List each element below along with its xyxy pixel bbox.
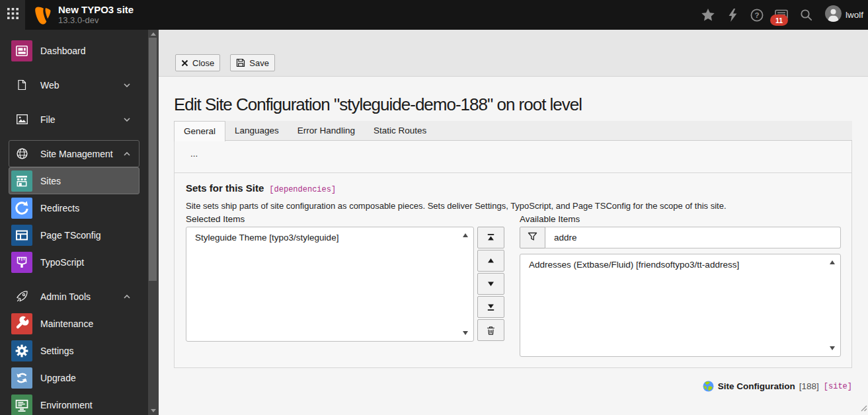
move-up-button[interactable] [477,250,504,272]
search-button[interactable] [794,0,818,30]
apps-grid-icon [7,8,19,22]
move-to-bottom-icon [487,303,495,311]
list-item[interactable]: Styleguide Theme [typo3/styleguide] [186,227,473,243]
sidebar-item-label: Dashboard [40,46,86,56]
user-menu[interactable]: lwolf [825,5,868,24]
record-table[interactable]: [site] [824,382,852,391]
delete-button[interactable] [477,319,504,341]
sidebar-scrollbar[interactable] [148,30,159,415]
bolt-button[interactable] [721,0,745,30]
apps-grid-button[interactable] [0,0,25,30]
admin-tools-icon [11,286,32,307]
dependencies-flag[interactable]: [dependencies] [269,185,336,194]
bolt-icon [728,9,738,22]
tab-bar: GeneralLanguagesError HandlingStatic Rou… [174,121,852,141]
scroll-down-icon[interactable] [463,331,468,335]
record-footer: Site Configuration [188] [site] [174,381,852,392]
sidebar-item-redirects[interactable]: Redirects [9,194,139,221]
chevron-down-icon [124,118,130,122]
page-title: Edit Site Configuration "styleguide-demo… [174,94,852,114]
record-title: Site Configuration [718,381,795,391]
save-button[interactable]: Save [230,54,275,71]
close-button[interactable]: Close [175,54,220,71]
star-button[interactable] [696,0,721,30]
site-version: 13.3.0-dev [58,16,134,25]
scroll-down-icon [151,409,156,412]
star-icon [701,9,715,21]
selected-items-label: Selected Items [186,215,474,224]
close-button-label: Close [192,58,214,68]
tab-languages[interactable]: Languages [225,121,288,140]
sidebar-item-label: Sites [40,176,61,186]
delete-icon [487,326,495,335]
move-to-top-button[interactable] [477,227,504,248]
sidebar-item-label: Site Management [40,149,113,159]
sidebar-item-web[interactable]: Web [9,71,139,98]
list-item[interactable]: Addresses (Extbase/Fluid) [friendsoftypo… [520,254,840,270]
sidebar-item-page-tsconfig[interactable]: Page TSconfig [9,221,139,248]
sidebar-item-upgrade[interactable]: Upgrade [9,364,139,391]
site-management-icon [11,143,32,165]
typo3-logo[interactable] [33,5,52,25]
site-globe-icon [703,381,714,392]
sidebar-item-environment[interactable]: Environment [9,391,139,415]
sidebar-item-label: Settings [40,346,74,356]
file-icon [11,109,32,130]
module-menu: DashboardWebFileSite ManagementSitesRedi… [0,30,148,415]
sidebar-item-label: TypoScript [40,257,84,268]
move-down-icon [487,280,495,288]
help-button[interactable]: ? [745,0,769,30]
chevron-up-icon [124,152,130,156]
move-to-top-icon [487,233,495,242]
scroll-down-icon[interactable] [830,346,835,350]
search-icon [800,9,812,21]
maintenance-icon [11,313,32,334]
sidebar-item-maintenance[interactable]: Maintenance [9,310,139,337]
sidebar-item-typoscript[interactable]: TypoScript [9,248,139,276]
upgrade-icon [11,367,32,389]
save-button-label: Save [249,58,269,68]
sidebar-item-label: Admin Tools [40,291,91,302]
scroll-up-icon[interactable] [830,260,835,264]
page-tsconfig-icon [11,225,32,246]
dashboard-icon [11,40,32,61]
sidebar-item-site-management[interactable]: Site Management [9,140,139,167]
resize-grip[interactable] [860,402,867,414]
sidebar-item-settings[interactable]: Settings [9,337,139,364]
available-items-listbox[interactable]: Addresses (Extbase/Fluid) [friendsoftypo… [520,254,841,357]
filter-button[interactable] [520,227,545,248]
sidebar-item-admin-tools[interactable]: Admin Tools [9,283,139,310]
filter-value: addre [554,233,577,243]
sidebar-item-file[interactable]: File [9,106,139,133]
content-area: Close Save Edit Site Configuration "styl… [159,30,868,415]
selected-items-listbox[interactable]: Styleguide Theme [typo3/styleguide] [186,227,474,342]
sidebar-item-sites[interactable]: Sites [9,167,139,194]
tab-error-handling[interactable]: Error Handling [288,121,364,140]
sidebar-item-dashboard[interactable]: Dashboard [9,37,139,64]
tab-static-routes[interactable]: Static Routes [364,121,436,140]
filter-input[interactable]: addre [545,227,841,248]
sidebar-item-label: Environment [40,400,93,410]
general-tab-panel: ... [174,141,852,173]
sidebar-scrollbar-thumb[interactable] [149,38,157,281]
save-icon [236,58,245,67]
help-icon: ? [750,9,764,22]
section-title: Sets for this Site [186,183,264,194]
move-to-bottom-button[interactable] [477,296,504,318]
systeminformation-button[interactable]: 11 [769,0,794,30]
scroll-up-icon[interactable] [463,233,468,237]
avatar [825,5,842,24]
move-down-button[interactable] [477,273,504,295]
settings-icon [11,340,32,361]
sidebar-item-label: Web [40,80,59,91]
web-icon [11,75,32,96]
section-description: Site sets ship parts of site configurati… [186,200,841,211]
docheader: Close Save [159,30,868,77]
site-title: New TYPO3 site [58,5,134,15]
available-items-label: Available Items [520,215,841,224]
topbar: New TYPO3 site 13.3.0-dev ?11 lwolf [0,0,868,30]
move-up-icon [487,256,495,265]
tab-general[interactable]: General [174,121,225,141]
sidebar-item-label: Page TSconfig [40,230,101,241]
redirects-icon [11,198,32,219]
